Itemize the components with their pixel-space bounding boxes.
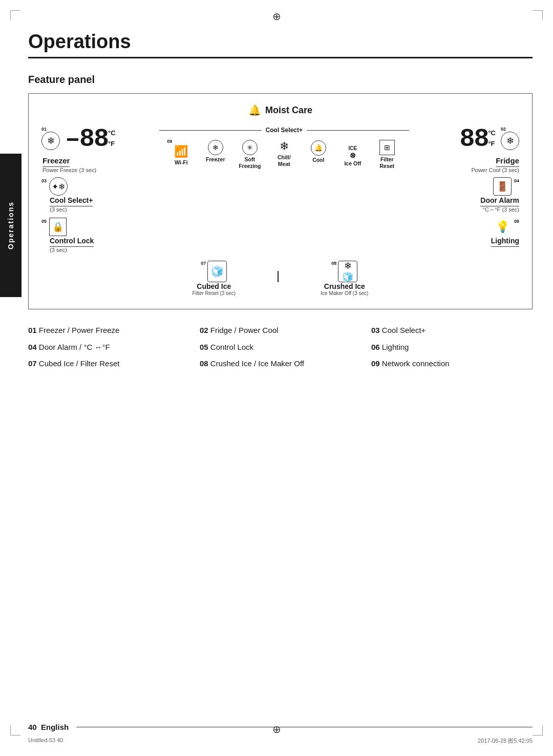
corner-mark-tr bbox=[533, 10, 543, 20]
door-alarm-item: 04 🚪 Door Alarm °C↔°F (3 sec) bbox=[458, 177, 519, 213]
cool-select-text: Cool Select+ bbox=[262, 127, 307, 134]
fridge-sublabel: Power Cool (3 sec) bbox=[471, 167, 519, 173]
freezer-display: –88 °C °F bbox=[65, 127, 116, 152]
cool-select-bar-right bbox=[307, 130, 409, 131]
cool-select-bar-left bbox=[159, 130, 262, 131]
footer: 40 English bbox=[28, 723, 533, 731]
soft-freezing-icon: ✳ bbox=[242, 140, 258, 155]
description-list: 01 Freezer / Power Freeze 02 Fridge / Po… bbox=[28, 325, 533, 370]
moist-care-label: Moist Care bbox=[265, 105, 312, 116]
door-alarm-icon: 🚪 bbox=[493, 177, 512, 196]
sidebar: Operations bbox=[0, 154, 22, 297]
cubed-ice-icon: 🧊 bbox=[207, 261, 227, 282]
filter-label: Filter bbox=[380, 156, 394, 163]
cool-select-num: 03 bbox=[41, 178, 47, 183]
wifi-num: 09 bbox=[167, 139, 172, 144]
desc-item-04: 04 Door Alarm / °C ↔°F bbox=[28, 342, 189, 353]
crushed-ice-item: 08 ❄🧊 Crushed Ice Ice Maker Off (3 sec) bbox=[321, 261, 368, 296]
lighting-num: 06 bbox=[514, 219, 519, 224]
fridge-units: °C °F bbox=[488, 127, 496, 150]
corner-mark-tl bbox=[10, 10, 20, 20]
chill-meat-btn[interactable]: ❄ Chill/ Meat bbox=[270, 139, 298, 167]
moist-care-header: 🔔 Moist Care bbox=[41, 104, 519, 116]
center-dot-top: ⊕ bbox=[272, 10, 281, 23]
main-content: Operations Feature panel 🔔 Moist Care 01… bbox=[28, 0, 533, 370]
moist-care-icon: 🔔 bbox=[248, 104, 261, 116]
feature-panel: 🔔 Moist Care 01 ❄ –88 bbox=[28, 93, 533, 309]
freezer-section: 01 ❄ –88 °C °F bbox=[41, 127, 116, 173]
soft-freezing-btn[interactable]: ✳ Soft Freezing bbox=[236, 139, 264, 169]
cool-select-icon: ✦❄ bbox=[49, 177, 68, 196]
corner-mark-bl bbox=[10, 725, 20, 736]
reset-label: Reset bbox=[379, 163, 394, 170]
panel-row4: 07 🧊 Cubed Ice Filter Reset (3 sec) | 08… bbox=[41, 261, 519, 296]
meta-bar: Untitled-53 40 2017-06-28 图5:42:05 bbox=[28, 737, 533, 745]
control-lock-sublabel: (3 sec) bbox=[50, 247, 94, 253]
cubed-ice-item: 07 🧊 Cubed Ice Filter Reset (3 sec) bbox=[193, 261, 236, 296]
soft-label: Soft bbox=[245, 156, 255, 163]
cool-btn[interactable]: 🔔 Cool bbox=[304, 139, 332, 163]
door-alarm-sublabel: °C↔°F (3 sec) bbox=[480, 206, 519, 213]
desc-item-05: 05 Control Lock bbox=[200, 342, 361, 353]
meta-right: 2017-06-28 图5:42:05 bbox=[478, 737, 533, 745]
control-lock-icon: 🔒 bbox=[49, 218, 67, 236]
freezing-label: Freezing bbox=[239, 163, 261, 170]
section-title: Feature panel bbox=[28, 74, 533, 86]
crushed-ice-num: 08 bbox=[331, 261, 336, 266]
meat-label: Meat bbox=[278, 161, 290, 167]
panel-row1: 01 ❄ –88 °C °F bbox=[41, 127, 519, 173]
sidebar-label: Operations bbox=[7, 201, 15, 249]
lighting-item: 06 💡 Lighting bbox=[458, 218, 519, 247]
door-alarm-num: 04 bbox=[514, 178, 519, 183]
freezer-btn-icon: ❄ bbox=[208, 140, 223, 155]
middle-buttons-row: 09 📶 Wi-Fi ❄ Freezer ✳ bbox=[167, 139, 401, 169]
meta-left: Untitled-53 40 bbox=[28, 737, 63, 745]
fridge-digits: 88 bbox=[459, 127, 488, 152]
ice-off-icon: ICE ⊗ bbox=[348, 140, 357, 159]
fridge-label: Fridge bbox=[496, 156, 519, 165]
page-title: Operations bbox=[28, 31, 533, 53]
wifi-label: Wi-Fi bbox=[175, 159, 188, 166]
desc-item-06: 06 Lighting bbox=[371, 342, 533, 353]
fridge-icon: ❄ bbox=[501, 132, 519, 150]
freezer-units: °C °F bbox=[108, 127, 116, 150]
freezer-digits: –88 bbox=[65, 127, 108, 152]
wifi-btn[interactable]: 09 📶 Wi-Fi bbox=[167, 139, 195, 166]
fridge-display: 88 °C °F bbox=[459, 127, 496, 152]
ice-off-btn[interactable]: ICE ⊗ Ice Off bbox=[338, 139, 367, 167]
cool-select-sublabel: (3 sec) bbox=[50, 206, 93, 213]
panel-row3: 05 🔒 Control Lock (3 sec) 06 � bbox=[41, 218, 519, 253]
footer-page-num: 40 English bbox=[28, 723, 69, 731]
cool-select-line: Cool Select+ bbox=[121, 127, 448, 134]
control-lock-item: 05 🔒 Control Lock (3 sec) bbox=[41, 218, 103, 253]
desc-item-08: 08 Crushed Ice / Ice Maker Off bbox=[200, 358, 361, 370]
freezer-number: 01 bbox=[41, 127, 47, 132]
freezer-icon: ❄ bbox=[41, 132, 60, 150]
cool-label: Cool bbox=[312, 157, 324, 163]
middle-section: Cool Select+ 09 📶 Wi-Fi ❄ bbox=[116, 127, 453, 169]
freezer-btn-label: Freezer bbox=[206, 156, 225, 163]
desc-item-02: 02 Fridge / Power Cool bbox=[200, 325, 361, 337]
crushed-ice-sublabel: Ice Maker Off (3 sec) bbox=[321, 290, 368, 296]
filter-reset-btn[interactable]: ⊞ Filter Reset bbox=[373, 139, 401, 169]
control-lock-label: Control Lock bbox=[50, 237, 94, 245]
chill-label: Chill/ bbox=[278, 154, 291, 161]
ice-separator: | bbox=[276, 261, 280, 283]
filter-icon: ⊞ bbox=[379, 140, 395, 155]
cool-select-item: 03 ✦❄ Cool Select+ (3 sec) bbox=[41, 177, 103, 213]
freezer-btn[interactable]: ❄ Freezer bbox=[201, 139, 229, 163]
cubed-ice-label: Cubed Ice bbox=[197, 282, 231, 290]
crushed-ice-icon: ❄🧊 bbox=[338, 261, 357, 282]
cubed-ice-num: 07 bbox=[201, 261, 206, 266]
title-underline bbox=[28, 57, 533, 58]
footer-line bbox=[76, 727, 533, 727]
freezer-label: Freezer bbox=[42, 156, 70, 165]
cool-icon: 🔔 bbox=[311, 140, 326, 156]
lighting-icon: 💡 bbox=[494, 218, 512, 236]
fridge-number: 02 bbox=[501, 127, 506, 132]
door-alarm-label: Door Alarm bbox=[480, 196, 519, 204]
control-lock-num: 05 bbox=[41, 219, 47, 224]
cubed-ice-sublabel: Filter Reset (3 sec) bbox=[193, 290, 236, 296]
desc-item-07: 07 Cubed Ice / Filter Reset bbox=[28, 358, 189, 370]
corner-mark-br bbox=[533, 725, 543, 736]
